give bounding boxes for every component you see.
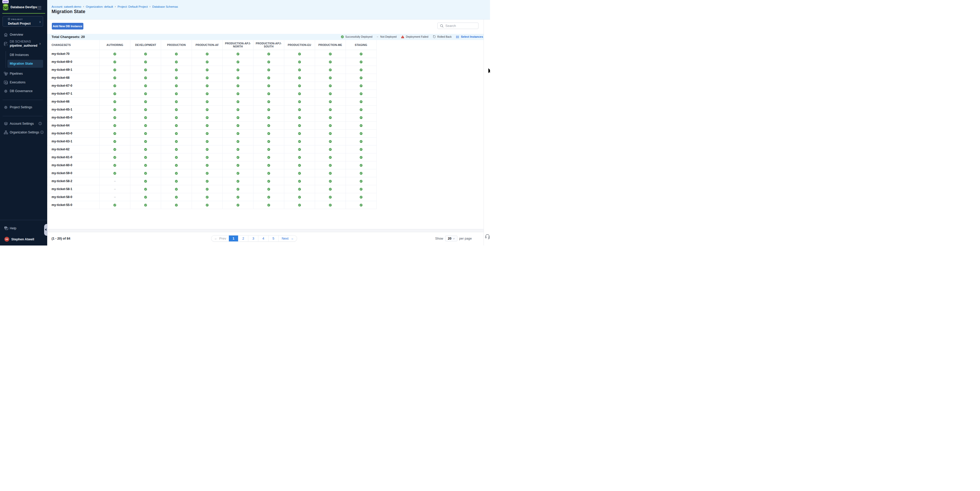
svg-text:?: ? [5,227,6,229]
